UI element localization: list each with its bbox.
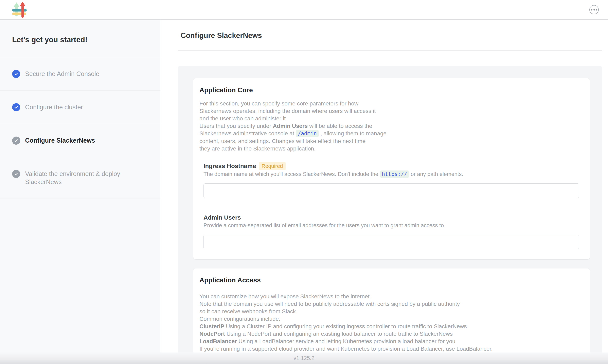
ingress-hostname-field-group: Ingress Hostname Required The domain nam… (204, 162, 579, 198)
admin-users-label: Admin Users (204, 214, 241, 221)
check-circle-icon (12, 103, 20, 111)
ellipsis-icon (594, 9, 595, 11)
top-header (0, 0, 608, 20)
ingress-hostname-input[interactable] (204, 183, 579, 198)
card-description: For this section, you can specify some c… (199, 100, 584, 152)
page-title: Configure SlackerNews (178, 31, 602, 40)
step-label: Secure the Admin Console (25, 70, 99, 78)
application-access-card: Application Access You can customize how… (193, 268, 590, 363)
step-label: Validate the environment & deploy Slacke… (25, 170, 128, 186)
setup-steps-sidebar: Let's get you started! Secure the Admin … (0, 20, 160, 364)
ingress-hostname-label: Ingress Hostname (204, 162, 256, 170)
step-label: Configure the cluster (25, 103, 83, 111)
card-title: Application Core (199, 86, 584, 94)
sidebar-step-configure-slackernews[interactable]: Configure SlackerNews (0, 124, 160, 157)
card-description: You can customize how you will expose Sl… (199, 293, 584, 352)
sidebar-title: Let's get you started! (12, 35, 148, 44)
admin-users-help: Provide a comma-separated list of email … (204, 222, 579, 229)
ellipsis-menu-button[interactable] (589, 5, 599, 14)
admin-users-field-group: Admin Users Provide a comma-separated li… (204, 214, 579, 249)
sidebar-step-configure-cluster[interactable]: Configure the cluster (0, 91, 160, 124)
ellipsis-icon (591, 9, 593, 11)
ellipsis-icon (596, 9, 597, 11)
slackernews-logo-icon (12, 2, 27, 18)
ingress-hostname-help: The domain name at which you'll access S… (204, 170, 579, 178)
version-label: v1.125.2 (293, 355, 315, 361)
check-circle-icon (12, 70, 20, 78)
required-badge: Required (259, 162, 286, 170)
check-circle-icon (12, 170, 20, 178)
sidebar-step-validate-deploy[interactable]: Validate the environment & deploy Slacke… (0, 157, 160, 199)
config-panel: Application Core For this section, you c… (178, 66, 602, 364)
sidebar-step-secure-admin-console[interactable]: Secure the Admin Console (0, 57, 160, 91)
application-core-card: Application Core For this section, you c… (193, 78, 590, 259)
card-title: Application Access (199, 276, 584, 284)
check-circle-icon (12, 137, 20, 145)
admin-users-input[interactable] (204, 235, 579, 249)
app-window: Let's get you started! Secure the Admin … (0, 0, 608, 364)
main-content: Configure SlackerNews Application Core F… (160, 20, 608, 364)
sidebar-heading: Let's get you started! (0, 20, 160, 57)
content-row: Let's get you started! Secure the Admin … (0, 20, 608, 364)
app-footer: v1.125.2 (0, 352, 608, 364)
heading-divider (178, 51, 602, 51)
step-label: Configure SlackerNews (25, 137, 95, 145)
